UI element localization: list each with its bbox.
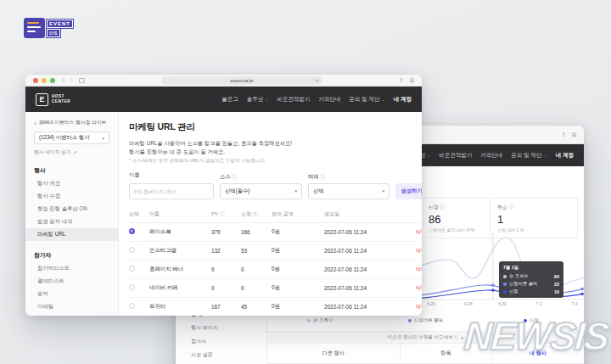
page-title: 마케팅 URL 관리 [129, 121, 422, 133]
sidebar-toggle-icon[interactable] [79, 78, 85, 83]
legend-item-unique-views[interactable]: 순 조회수 [267, 317, 373, 323]
x-tick: 6.30 [498, 301, 507, 306]
table-row: 네이버 카페 0 0 0원 2022-07-06 11:24 삭제 [129, 279, 422, 298]
delete-link[interactable]: 삭제 [396, 247, 422, 255]
app-header: E HOST CENTER 블로그 솔루션⌄ 바로견적받기 가격안내 문의 및 … [25, 87, 422, 112]
nav-item-blog[interactable]: 블로그 [221, 96, 238, 104]
host-sidebar: ⌂ [EMU] 이벤터스 행사장 라이브 (1234) 이벤터스 행사 ▾ 행사… [25, 112, 119, 316]
row-radio[interactable] [129, 247, 135, 253]
series-dot-icon [307, 319, 311, 322]
nav-item-solution[interactable]: 솔루션⌄ [247, 96, 269, 104]
nav-item-pricing[interactable]: 가격안내 [318, 96, 340, 104]
view-event-page-link[interactable]: 행사 페이지 보기 ↗ [25, 144, 118, 156]
home-icon: ⌂ [34, 120, 37, 126]
create-button[interactable]: 생성하기 [395, 183, 422, 199]
back-icon[interactable]: ‹ [62, 76, 64, 84]
nav-item-quote[interactable]: 바로견적받기 [439, 152, 472, 160]
sidebar-item-participant-list[interactable]: 참가자리스트 [25, 262, 118, 275]
share-icon[interactable]: ⇧ [399, 77, 404, 83]
eventus-logo-text-bottom: US [47, 29, 60, 37]
col-header-name: 이름 [149, 210, 211, 218]
host-center-logo-icon[interactable]: E [36, 93, 48, 106]
url-bar[interactable]: event-us.kr ⟳ [161, 76, 322, 85]
info-icon[interactable]: ⓘ [233, 174, 238, 180]
compare-col-other-events: 다른 행사 [267, 344, 401, 364]
share-icon[interactable]: ⇧ [561, 132, 566, 137]
nav-item-my-account[interactable]: 내 계정 [394, 96, 412, 104]
sidebar-item-event-overview[interactable]: 행사 개요 [25, 177, 118, 190]
delete-link[interactable]: 삭제 [396, 228, 422, 236]
sidebar-item-payment-list[interactable]: 결제리스트 [25, 275, 118, 288]
series-dot-icon [503, 275, 507, 278]
info-icon[interactable]: ⓘ [440, 204, 446, 210]
host-center-logo-line2: CENTER [52, 99, 70, 104]
table-row: 홈페이지 배너 9 0 0원 2022-07-06 11:24 삭제 [129, 260, 422, 279]
reload-icon[interactable]: ⟳ [316, 78, 319, 83]
sidebar-item-participants[interactable]: 참가자 [191, 338, 229, 345]
delete-link[interactable]: 삭제 [396, 266, 422, 273]
sidebar-item-event-page[interactable]: 행사 페이지 [191, 324, 229, 332]
name-field-label: 이름 [129, 171, 140, 179]
x-tick: 7.4 [572, 301, 578, 306]
sidebar-item-email[interactable]: 이메일 [25, 300, 118, 313]
x-tick: 6.28 [464, 301, 473, 306]
nav-item-contact[interactable]: 문의 및 제안⌄ [511, 152, 547, 160]
page-description-line2: 행사를 진행하는 데 큰 도움이 될 거예요. [129, 148, 422, 156]
tabs-icon[interactable]: ⧉ [572, 132, 576, 137]
delete-link[interactable]: 삭제 [396, 303, 422, 311]
chevron-down-icon: ⌄ [381, 97, 384, 102]
chevron-down-icon: ⌄ [543, 153, 547, 158]
workspace-name[interactable]: [EMU] 이벤터스 행사장 라이브 [40, 119, 107, 126]
eventus-logo: EVENT US [24, 18, 73, 38]
delete-link[interactable]: 삭제 [396, 284, 422, 292]
name-input[interactable] [129, 183, 214, 199]
select-caret-icon: ▾ [382, 188, 384, 193]
eventus-logo-mark-icon [24, 18, 45, 38]
sidebar-section-participants: 참가자 [25, 249, 118, 262]
sidebar-item-sms[interactable]: 문자 [25, 288, 118, 300]
source-select[interactable]: 선택(필수) ▾ [220, 183, 302, 199]
newsis-watermark: NEWSIS [462, 313, 609, 359]
marketing-url-table: 선택 이름 PVⓘ 신청 수 판매 금액 생성일 페이스북 379 166 0원 [129, 207, 422, 316]
table-row: 인스타그램 132 53 0원 2022-07-06 11:24 삭제 [129, 242, 422, 260]
source-field-label: 소스 [220, 173, 231, 181]
nav-item-contact[interactable]: 문의 및 제안⌄ [349, 96, 384, 104]
fullscreen-button[interactable] [50, 78, 55, 83]
row-radio[interactable] [129, 303, 135, 309]
sidebar-item-onsite-solution[interactable]: 현장 진행 솔루션 ON [25, 203, 118, 216]
nav-item-quote[interactable]: 바로견적받기 [277, 96, 310, 104]
sidebar-item-marketing-url[interactable]: 마케팅 URL [25, 228, 118, 241]
page-note: * 소스/매체는 모두 선택해야 URL이 생성되고 수정이 가능합니다 [129, 158, 422, 165]
sidebar-section-event: 행사 [25, 164, 118, 177]
url-create-form: 이름 소스 ⓘ 선택(필수) ▾ 매체 ⓘ [129, 171, 422, 199]
marketing-url-main: 마케팅 URL 관리 마케팅 URL을 사용하여 소스별 링크를 만들고, 효과… [119, 112, 422, 316]
sidebar-item-event-edit[interactable]: 행사 수정 [25, 190, 118, 203]
info-icon[interactable]: ⓘ [321, 174, 326, 180]
forward-icon[interactable]: › [70, 76, 73, 84]
x-tick: 7.2 [536, 301, 542, 306]
table-row: 트위터 167 45 0원 2022-07-06 11:24 삭제 [129, 298, 422, 316]
sidebar-item-ticket-sms[interactable]: 발권 문자 내역 [25, 216, 118, 228]
info-icon[interactable]: ⓘ [220, 211, 225, 217]
chart-tooltip: 7월 1일 순 조회수84 신청버튼 클릭23 신청10 [499, 261, 563, 298]
nav-item-pricing[interactable]: 가격안내 [480, 152, 502, 160]
tabs-icon[interactable]: ⧉ [410, 77, 414, 83]
news-photo-canvas: EVENT US event-us.kr ⟳ ⇧ ⧉ 블로그 솔루션⌄ 바로견적… [0, 0, 611, 364]
row-radio[interactable] [129, 284, 135, 290]
sidebar-item-pre-survey[interactable]: 사전 설문 [191, 351, 229, 359]
info-icon[interactable]: ⓘ [509, 204, 514, 210]
close-button[interactable] [33, 78, 38, 83]
media-select[interactable]: 선택 ▾ [308, 183, 390, 199]
minimize-button[interactable] [42, 78, 47, 83]
row-radio[interactable] [129, 228, 135, 234]
col-header-applies: 신청 수 [241, 210, 272, 218]
row-radio[interactable] [129, 266, 135, 272]
legend-item-apply-clicks[interactable]: 신청버튼 클릭 [373, 317, 478, 323]
col-header-created: 생성일 [324, 210, 396, 218]
browser-window-marketing-url: ‹ › event-us.kr ⟳ ⇧ ⧉ E HOST CENTER 블로그 … [25, 75, 422, 316]
col-header-select: 선택 [129, 210, 149, 218]
nav-item-my-account[interactable]: 내 계정 [556, 152, 574, 160]
chevron-down-icon: ⌄ [427, 153, 430, 158]
event-select-dropdown[interactable]: (1234) 이벤터스 행사 ▾ [34, 132, 109, 144]
series-dot-icon [408, 319, 412, 322]
